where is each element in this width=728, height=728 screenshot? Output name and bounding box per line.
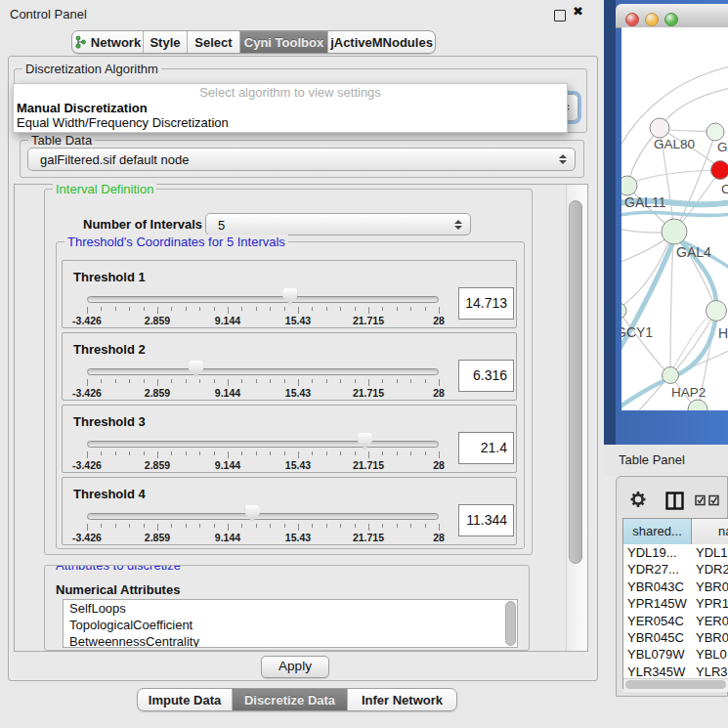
algorithm-option[interactable]: Manual Discretization	[14, 101, 567, 115]
tab-style[interactable]: Style	[144, 31, 188, 53]
minor-tick	[256, 307, 257, 311]
threshold-slider-track[interactable]	[87, 513, 439, 520]
tab-cyni-toolbox[interactable]: Cyni Toolbox	[240, 31, 328, 53]
tab-discretize-data[interactable]: Discretize Data	[233, 689, 348, 710]
network-edge-highlighted[interactable]	[621, 212, 728, 216]
attributes-scrollbar-thumb[interactable]	[505, 601, 516, 646]
network-node-node-bottom[interactable]	[688, 400, 707, 410]
close-icon[interactable]: ✖	[573, 4, 583, 19]
threshold-value-field[interactable]: 11.344	[458, 504, 514, 536]
major-tick	[87, 307, 88, 314]
columns-icon[interactable]	[665, 492, 684, 510]
panel-splitter[interactable]	[604, 0, 616, 445]
table-cell-name: YBR0	[693, 629, 728, 646]
minimize-light[interactable]	[645, 13, 659, 26]
minor-tick	[115, 451, 116, 455]
threshold-slider-track[interactable]	[87, 441, 439, 448]
network-node-GAL4[interactable]	[662, 219, 687, 244]
minor-tick	[101, 379, 102, 383]
major-tick	[298, 379, 299, 386]
number-of-intervals-combobox[interactable]: 5	[205, 213, 471, 236]
tab-label: Style	[150, 35, 180, 50]
tab-select[interactable]: Select	[188, 31, 240, 53]
settings-scrollbar-thumb[interactable]	[569, 200, 582, 564]
network-edge[interactable]	[670, 234, 673, 373]
major-tick	[298, 524, 299, 531]
threshold-slider-track[interactable]	[87, 296, 439, 303]
minor-tick	[382, 451, 383, 455]
tab-jactivemnodules[interactable]: jActiveMNodules	[328, 31, 435, 53]
network-node-node-top-right[interactable]	[707, 123, 724, 141]
tick-label: 15.43	[269, 387, 327, 399]
minor-tick	[326, 379, 327, 383]
apply-button[interactable]: Apply	[261, 656, 329, 678]
cyni-bottom-tabs: Impute DataDiscretize DataInfer Network	[137, 688, 457, 711]
table-row[interactable]: YBR045CYBR0	[623, 629, 728, 646]
threshold-value-field[interactable]: 6.316	[458, 360, 514, 392]
float-icon[interactable]	[554, 10, 566, 21]
tick-label: 15.43	[269, 459, 327, 471]
table-row[interactable]: YDR27...YDR2	[623, 561, 728, 578]
tab-infer-network[interactable]: Infer Network	[348, 689, 456, 710]
control-panel-title: Control Panel	[10, 7, 87, 21]
minor-tick	[129, 524, 130, 528]
table-data-combobox[interactable]: galFiltered.sif default node	[27, 148, 576, 171]
network-node-node-red[interactable]	[711, 161, 728, 180]
major-tick	[157, 379, 158, 386]
minor-tick	[382, 307, 383, 311]
tab-label: Select	[194, 35, 232, 50]
network-node-GCY1[interactable]	[621, 303, 626, 319]
table-hscrollbar-thumb[interactable]	[625, 680, 726, 689]
network-edge[interactable]	[621, 313, 668, 374]
threshold-value-field[interactable]: 14.713	[458, 287, 514, 320]
network-node-HAP2[interactable]	[663, 367, 679, 384]
table-row[interactable]: YER054CYER0	[623, 613, 728, 629]
minor-tick	[186, 307, 187, 311]
zoom-light[interactable]	[664, 13, 678, 26]
attribute-list-item[interactable]: TopologicalCoefficient	[64, 617, 517, 633]
network-edge[interactable]	[663, 88, 728, 125]
table-cell-shared: YDL19...	[623, 544, 693, 561]
network-edge[interactable]	[629, 170, 718, 184]
attribute-list-item[interactable]: SelfLoops	[64, 600, 517, 617]
table-header-shared[interactable]: shared...	[623, 519, 692, 544]
table-cell-shared: YER054C	[623, 613, 693, 629]
threshold-value-field[interactable]: 21.4	[458, 432, 514, 464]
major-tick	[298, 307, 299, 314]
tick-label: 21.715	[339, 315, 398, 326]
table-row[interactable]: YBL079WYBL0	[623, 646, 728, 663]
tab-network[interactable]: Network	[72, 31, 144, 53]
minor-tick	[186, 524, 187, 528]
table-header-name[interactable]: na	[692, 519, 728, 544]
major-tick	[87, 451, 88, 458]
network-node-node-right-mid[interactable]	[707, 301, 727, 321]
network-canvas[interactable]: GAL80GACGAL11GAL4GCY1HHAP2	[621, 27, 728, 410]
minor-tick	[340, 379, 341, 383]
attribute-list-item[interactable]: BetweennessCentrality	[64, 633, 517, 648]
table-cell-name: YER0	[693, 613, 728, 629]
minor-tick	[144, 524, 145, 528]
close-light[interactable]	[625, 13, 639, 26]
threshold-slider-track[interactable]	[87, 368, 439, 375]
combo-arrows-icon	[454, 220, 462, 230]
checkboxes-icon[interactable]	[695, 494, 722, 506]
numerical-attributes-list[interactable]: SelfLoopsTopologicalCoefficientBetweenne…	[63, 599, 518, 648]
table-row[interactable]: YPR145WYPR1	[623, 595, 728, 612]
minor-tick	[144, 451, 145, 455]
major-tick	[298, 451, 299, 458]
network-node-GAL11[interactable]	[621, 176, 637, 195]
minor-tick	[101, 524, 102, 528]
gear-icon[interactable]	[629, 490, 647, 509]
network-node-GAL80[interactable]	[650, 118, 669, 138]
algorithm-option[interactable]: Equal Width/Frequency Discretization	[14, 115, 567, 130]
table-row[interactable]: YDL19...YDL1	[623, 544, 728, 561]
control-panel-tabs: NetworkStyleSelectCyni ToolboxjActiveMNo…	[71, 30, 436, 54]
network-window-titlebar[interactable]	[616, 4, 728, 28]
tab-impute-data[interactable]: Impute Data	[138, 689, 233, 710]
major-tick	[228, 379, 229, 386]
major-tick	[228, 451, 229, 458]
minor-tick	[129, 307, 130, 311]
node-table[interactable]: shared... na YDL19...YDL1YDR27...YDR2YBR…	[622, 518, 728, 689]
minor-tick	[256, 451, 257, 455]
table-row[interactable]: YBR043CYBR0	[623, 578, 728, 595]
